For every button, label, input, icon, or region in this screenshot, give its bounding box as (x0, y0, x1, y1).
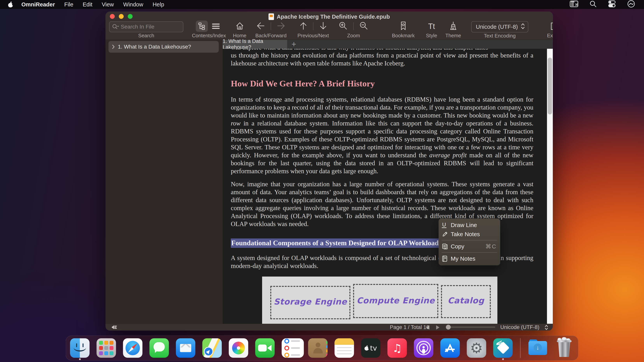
window-title: Apache Iceberg The Definitive Guide.epub (277, 13, 390, 20)
dock-photos-icon[interactable] (229, 338, 248, 358)
theme-label: Theme (445, 33, 461, 39)
dock-system-settings-icon[interactable]: ⚙ (467, 338, 486, 358)
dock-omnireader-icon[interactable] (493, 338, 513, 358)
scrollbar-thumb[interactable] (548, 58, 552, 114)
tab-chapter-1[interactable]: 1. What Is a Data Lakehouse? (223, 40, 287, 49)
chevron-right-icon (112, 44, 115, 49)
dock-facetime-icon[interactable] (255, 338, 275, 358)
dock-notes-icon[interactable] (335, 338, 354, 358)
dock-music-icon[interactable]: ♫ (388, 338, 407, 358)
toolbar: Search In File Search Contents/Index (106, 20, 553, 40)
reader-window: Apache Iceberg The Definitive Guide.epub… (106, 12, 553, 331)
menu-window[interactable]: Window (123, 1, 143, 8)
notebook-icon (442, 255, 451, 262)
dock-downloads-icon[interactable]: ↓ (528, 338, 548, 358)
export-label: Export (547, 33, 553, 39)
menu-bar: OmniReader File Edit View Window Help ⌘ (0, 0, 644, 9)
dock-podcasts-icon[interactable] (414, 338, 434, 358)
text-encoding-label: Text Encoding (484, 33, 516, 39)
apple-menu-icon[interactable] (8, 1, 13, 7)
account-icon[interactable] (627, 0, 635, 9)
dock-mail-icon[interactable] (176, 338, 196, 358)
new-tab-button[interactable]: + (292, 40, 296, 48)
dock-trash-icon[interactable] (554, 338, 574, 358)
dock-app-store-icon[interactable] (440, 338, 460, 358)
previous-next-label: Previous/Next (298, 33, 329, 39)
paragraph-rdbms: In terms of storage and processing syste… (231, 96, 533, 175)
bookmark-label: Bookmark (392, 33, 414, 39)
encoding-stepper[interactable] (545, 325, 548, 331)
menu-item-copy[interactable]: Copy ⌘C (439, 242, 500, 251)
tab-bar: 1. What Is a Data Lakehouse? + (223, 40, 553, 49)
diagram-box-compute-engine: Compute Engine (353, 284, 438, 318)
sidebar-item-chapter-1[interactable]: 1. What Is a Data Lakehouse? (108, 41, 219, 53)
dock-maps-icon[interactable] (202, 338, 222, 358)
status-encoding: Unicode (UTF-8) (500, 324, 540, 330)
back-button[interactable] (256, 21, 265, 31)
svg-text:⌘: ⌘ (575, 3, 578, 6)
next-page-button[interactable] (319, 21, 328, 31)
epub-file-icon (268, 13, 274, 20)
dock-launchpad-icon[interactable] (97, 338, 116, 358)
dock-contacts-icon[interactable] (308, 338, 328, 358)
zoom-in-button[interactable] (338, 21, 348, 31)
copy-icon (442, 243, 451, 250)
section-heading-history: How Did We Get Here? A Brief History (231, 79, 533, 89)
menu-edit[interactable]: Edit (83, 1, 92, 8)
home-label: Home (233, 33, 246, 39)
sidebar-item-label: 1. What Is a Data Lakehouse? (118, 44, 191, 50)
window-command-icon[interactable]: ⌘ (570, 0, 578, 8)
scrollbar[interactable] (547, 49, 553, 324)
menu-help[interactable]: Help (153, 1, 164, 8)
architecture-diagram-image: Storage Engine Compute Engine Catalog Ta… (262, 277, 498, 324)
zoom-label: Zoom (347, 33, 360, 39)
diagram-box-storage-engine: Storage Engine (270, 286, 350, 319)
text-encoding-value: Unicode (UTF-8) (476, 24, 518, 30)
page-forward-icon[interactable] (436, 325, 440, 330)
menu-item-take-notes[interactable]: Take Notes (439, 229, 500, 239)
dock-finder-icon[interactable] (70, 338, 90, 358)
page-slider-thumb[interactable] (446, 325, 451, 330)
index-button[interactable] (210, 20, 222, 32)
text-encoding-select[interactable]: Unicode (UTF-8) (471, 21, 528, 32)
forward-button[interactable] (276, 21, 286, 31)
menu-file[interactable]: File (64, 1, 73, 8)
back-forward-label: Back/Forward (255, 33, 286, 39)
home-button[interactable] (235, 21, 244, 31)
bookmark-button[interactable] (398, 21, 408, 31)
menu-item-draw-line[interactable]: U Draw Line (439, 220, 500, 229)
theme-button[interactable] (449, 21, 458, 31)
context-menu: U Draw Line Take Notes Copy ⌘C My Notes (439, 219, 500, 265)
search-input[interactable]: Search In File (109, 21, 183, 32)
copy-shortcut: ⌘C (485, 243, 496, 250)
reader-content: will explore what a data lakehouse is an… (223, 49, 553, 324)
control-center-icon[interactable] (608, 0, 616, 9)
menu-app-name[interactable]: OmniReader (22, 1, 55, 8)
dock-safari-icon[interactable] (123, 338, 142, 358)
page-back-icon[interactable] (426, 325, 429, 330)
contents-button[interactable] (196, 20, 208, 32)
dock-apple-tv-icon[interactable]: tv (361, 338, 380, 358)
page-slider[interactable] (446, 327, 495, 328)
menu-view[interactable]: View (102, 1, 114, 8)
selected-text-highlight: Foundational Components of a System Desi… (231, 238, 444, 248)
finder-running-indicator (79, 358, 81, 360)
search-placeholder: Search In File (121, 24, 154, 30)
menu-item-my-notes[interactable]: My Notes (439, 254, 500, 263)
page-indicator: Page 1 / Total 16 (390, 324, 429, 330)
export-button[interactable] (550, 21, 553, 31)
search-icon[interactable] (590, 0, 596, 9)
contents-index-label: Contents/Index (192, 33, 226, 39)
dock-messages-icon[interactable] (150, 338, 169, 358)
underline-icon: U (442, 222, 451, 228)
zoom-out-button[interactable] (359, 21, 368, 31)
dock-divider (520, 338, 521, 358)
previous-page-button[interactable] (299, 21, 308, 31)
diagram-box-catalog: Catalog (441, 285, 491, 318)
dock-reminders-icon[interactable] (282, 338, 304, 358)
collapse-sidebar-icon[interactable] (110, 325, 117, 331)
style-label: Style (426, 33, 437, 39)
omnireader-running-indicator (502, 358, 504, 360)
desktop: OmniReader File Edit View Window Help ⌘ (0, 0, 644, 362)
style-button[interactable]: Tt (428, 22, 435, 31)
